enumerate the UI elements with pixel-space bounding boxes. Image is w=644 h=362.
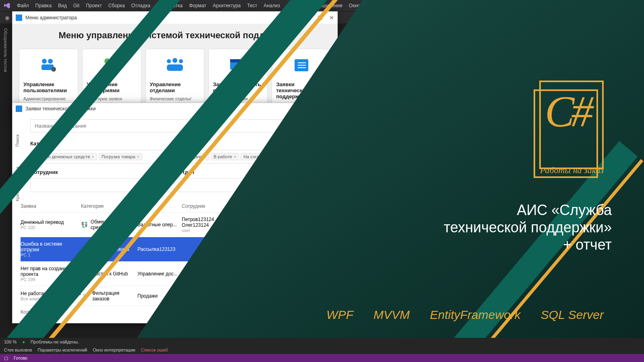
ready-status: Готово: [14, 356, 27, 360]
category-chip[interactable]: Погрузка товара×: [99, 153, 142, 160]
left-sidebar-tab[interactable]: Обозреватель тестов: [3, 28, 8, 72]
menu-arch[interactable]: Архитектура: [210, 3, 244, 8]
criteria-section-label: Критерии поиска: [15, 167, 20, 201]
col-dept: Отдел: [137, 203, 182, 209]
menu-ext[interactable]: Расширения: [311, 3, 346, 8]
svg-rect-11: [167, 64, 183, 71]
toolbar-app-label: Application: [619, 15, 641, 20]
tickets-window-title: Заявки технической поддержки: [25, 106, 96, 112]
category-select[interactable]: Обмен денежных средств× Погрузка товара×: [30, 150, 174, 163]
reject-button[interactable]: ✕: [299, 245, 307, 254]
chip-remove-icon[interactable]: ×: [137, 154, 139, 159]
admin-heading: Меню управления системой технической под…: [19, 30, 331, 41]
close-icon[interactable]: ✕: [322, 105, 327, 112]
admin-window-icon: [16, 14, 22, 21]
zoom-level[interactable]: 100 %: [4, 339, 17, 344]
minimize-icon[interactable]: —: [298, 105, 304, 112]
chip-remove-icon[interactable]: ×: [234, 154, 236, 159]
tab-exceptions[interactable]: Параметры исключений: [37, 348, 87, 352]
category-label: Категория: [30, 139, 174, 148]
category-icon: ▽: [81, 292, 90, 300]
table-row[interactable]: Не работает поиск заказовВсе компьютеры …: [21, 286, 322, 306]
menu-view[interactable]: Вид: [55, 3, 70, 8]
category-icon: 💱: [81, 220, 88, 229]
status-select[interactable]: Создано× В работе× На согласовании/уточн…: [178, 150, 322, 163]
record-count: Кол-во записей: 4: [21, 306, 322, 318]
table-row[interactable]: Нет прав на создание проектаPC 199 ⭕Дост…: [21, 262, 322, 286]
problems-status[interactable]: Проблемы не найдены.: [31, 339, 79, 344]
tickets-window-icon: [16, 105, 22, 112]
svg-point-3: [51, 67, 56, 72]
vs-logo-icon: [3, 2, 10, 9]
col-status: Статус: [238, 203, 278, 209]
menu-project[interactable]: Проект: [83, 3, 105, 8]
shapes-icon: [102, 57, 122, 73]
close-icon[interactable]: ✕: [329, 14, 334, 21]
table-header: Заявка Категория Отдел Сотрудник Статус …: [21, 200, 322, 213]
svg-rect-5: [112, 58, 118, 64]
tab-callstack[interactable]: Стек вызовов: [4, 348, 32, 352]
maximize-icon[interactable]: ☐: [310, 105, 316, 112]
vs-search[interactable]: 🔍 Поиск ▾: [372, 3, 397, 8]
menu-window[interactable]: Окно: [346, 3, 364, 8]
svg-text:+: +: [242, 66, 245, 72]
chip-remove-icon[interactable]: ×: [204, 154, 206, 159]
col-emp: Сотрудник: [182, 203, 238, 209]
status-chip[interactable]: На согласовании/уточнении×: [241, 153, 308, 160]
table-row[interactable]: Ошибка в системе отгрузкиPC 1 🚚Погрузка …: [21, 237, 322, 262]
search-clear-button[interactable]: ✕: [310, 121, 322, 131]
ready-icon: ▢: [4, 356, 8, 361]
svg-point-10: [179, 59, 183, 63]
col-category: Категория: [81, 203, 137, 209]
card-title: Зарегистрировать обращение: [213, 81, 263, 93]
svg-point-1: [48, 59, 53, 64]
toolbar-icon[interactable]: ◉: [3, 14, 11, 22]
menu-test[interactable]: Тест: [244, 3, 260, 8]
users-icon: [38, 57, 58, 73]
settings-button[interactable]: ⚙: [299, 220, 307, 229]
menu-debug[interactable]: Отладка: [128, 3, 154, 8]
card-title: Управление категориями: [87, 81, 137, 93]
status-chip[interactable]: Создано×: [182, 153, 209, 160]
svg-point-0: [42, 59, 47, 64]
category-icon: ⭕: [81, 269, 90, 278]
employee-label: Сотрудник: [30, 168, 174, 177]
card-title: Заявки технической поддержки: [276, 81, 326, 99]
menu-format[interactable]: Формат: [186, 3, 210, 8]
svg-marker-7: [112, 66, 118, 72]
maximize-icon[interactable]: ☐: [318, 14, 323, 21]
checklist-icon: [291, 57, 312, 73]
col-ticket: Заявка: [21, 203, 81, 209]
svg-point-8: [167, 59, 171, 63]
minimize-icon[interactable]: —: [305, 14, 311, 21]
menu-tools[interactable]: Средства: [283, 3, 311, 8]
tickets-titlebar: Заявки технической поддержки — ☐ ✕: [12, 103, 330, 114]
department-label: Отдел: [178, 168, 322, 177]
menu-edit[interactable]: Правка: [32, 3, 55, 8]
menu-analyze[interactable]: Анализ: [260, 3, 283, 8]
menu-dev[interactable]: Разработка: [154, 3, 186, 8]
search-input[interactable]: [30, 119, 307, 132]
approve-button[interactable]: ✓: [310, 220, 319, 229]
menu-git[interactable]: Git: [70, 3, 83, 8]
menu-build[interactable]: Сборка: [105, 3, 128, 8]
svg-rect-13: [230, 59, 244, 62]
bottom-tabs: 100 % ● Проблемы не найдены.: [0, 338, 644, 346]
svg-point-4: [104, 58, 110, 64]
menu-file[interactable]: Файл: [14, 3, 32, 8]
employee-select[interactable]: [30, 178, 174, 192]
table-row[interactable]: Денежный переводPC 102 💱Обмен денежных с…: [21, 213, 322, 237]
department-select[interactable]: [178, 178, 322, 192]
category-chip[interactable]: Обмен денежных средств×: [34, 153, 97, 160]
status-chip[interactable]: В работе×: [211, 153, 239, 160]
tab-errors[interactable]: Список ошиб: [141, 348, 168, 352]
team-icon: [165, 57, 185, 73]
reject-button[interactable]: ✕: [287, 220, 296, 229]
chip-remove-icon[interactable]: ×: [303, 154, 305, 159]
chip-remove-icon[interactable]: ×: [91, 154, 94, 159]
admin-titlebar: Меню администратора — ☐ ✕: [12, 12, 337, 24]
status-label: Статус: [178, 139, 322, 148]
tab-immediate[interactable]: Окно интерпретации: [93, 348, 135, 352]
settings-button[interactable]: ⚙: [310, 245, 319, 254]
tickets-window: Заявки технической поддержки — ☐ ✕ Поиск…: [12, 103, 330, 323]
